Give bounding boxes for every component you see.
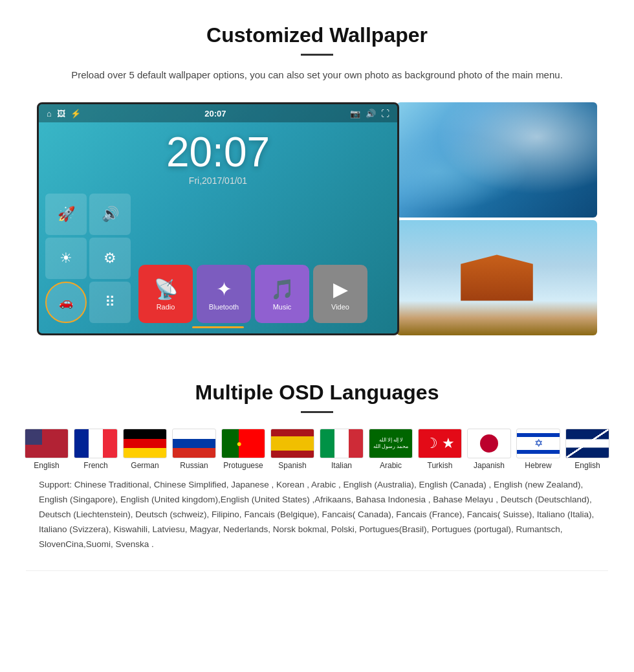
flag-item-english: English	[25, 429, 69, 470]
flag-label-hebrew: Hebrew	[525, 461, 551, 470]
flag-arabic: لا إله إلا اللهمحمد رسول الله	[369, 429, 413, 458]
flag-label-turkish: Turkish	[428, 461, 453, 470]
video-app[interactable]: ▶ Video	[313, 265, 367, 323]
svg-rect-0	[566, 429, 609, 458]
languages-divider	[301, 411, 333, 413]
nav-icon: 🚀	[45, 194, 87, 235]
israel-stripe-top	[517, 433, 560, 437]
car-body: 🚀 🔊 ☀ ⚙ 🚗 ⠿ 📡 Radio ✦ Bluetooth	[39, 188, 397, 335]
radio-icon: 📡	[154, 278, 178, 300]
statusbar-left: ⌂ 🖼 ⚡	[47, 109, 81, 118]
flag-label-arabic: Arabic	[380, 461, 402, 470]
flag-label-french: French	[83, 461, 107, 470]
flag-uk	[565, 429, 609, 458]
wallpaper-display: ⌂ 🖼 ⚡ 20:07 📷 🔊 ⛶ 20:07 Fri,2017/01/01	[39, 102, 595, 335]
flag-item-italian: Italian	[320, 429, 364, 470]
bluetooth-label: Bluetooth	[209, 303, 239, 311]
flag-item-turkish: ☽ ★ Turkish	[418, 429, 462, 470]
wallpaper-title: Customized Wallpaper	[39, 23, 595, 47]
bottom-divider	[26, 570, 608, 571]
flag-item-hebrew: ✡ Hebrew	[516, 429, 560, 470]
languages-section: Multiple OSD Languages English French Ge…	[0, 355, 634, 584]
music-label: Music	[273, 303, 292, 311]
car-screen: ⌂ 🖼 ⚡ 20:07 📷 🔊 ⛶ 20:07 Fri,2017/01/01	[37, 102, 399, 335]
flag-item-arabic: لا إله إلا اللهمحمد رسول الله Arabic	[369, 429, 413, 470]
flag-italy	[320, 429, 364, 458]
settings-icon: ⚙	[89, 238, 131, 279]
bridge-wallpaper	[397, 220, 597, 335]
flag-item-uk-english: English	[565, 429, 609, 470]
flag-label-japanese: Japanish	[474, 461, 505, 470]
israel-stripe-bottom	[517, 450, 560, 454]
statusbar-right: 📷 🔊 ⛶	[350, 109, 389, 118]
bluetooth-icon: ✦	[216, 278, 232, 300]
apps-icon: ⠿	[89, 282, 131, 323]
volume-icon: 🔊	[366, 109, 376, 118]
flag-israel: ✡	[516, 429, 560, 458]
radio-app[interactable]: 📡 Radio	[138, 265, 193, 323]
flag-label-spanish: Spanish	[278, 461, 306, 470]
flag-item-japanese: Japanish	[467, 429, 511, 470]
flag-spain	[270, 429, 314, 458]
icon-grid: 🚀 🔊 ☀ ⚙ 🚗 ⠿	[45, 194, 131, 323]
flag-japan	[467, 429, 511, 458]
home-icon: ⌂	[47, 109, 52, 118]
wallpaper-previews	[397, 102, 597, 335]
statusbar-time: 20:07	[204, 109, 226, 118]
camera-icon: 📷	[350, 109, 360, 118]
support-text: Support: Chinese Traditional, Chinese Si…	[32, 478, 602, 552]
time-large: 20:07	[52, 131, 384, 173]
usb-icon: ⚡	[71, 109, 81, 118]
video-label: Video	[331, 303, 349, 311]
time-display: 20:07 Fri,2017/01/01	[39, 122, 397, 188]
bluetooth-app[interactable]: ✦ Bluetooth	[197, 265, 251, 323]
flag-france	[74, 429, 118, 458]
brightness-icon: ☀	[45, 238, 87, 279]
flag-label-uk-english: English	[574, 461, 600, 470]
wallpaper-subtitle: Preload over 5 default wallpaper options…	[52, 67, 582, 83]
flags-row: English French German Russian Protuguese…	[26, 429, 608, 470]
flag-item-portuguese: Protuguese	[221, 429, 265, 470]
uk-flag-svg	[566, 429, 609, 458]
app-icons-row: 📡 Radio ✦ Bluetooth 🎵 Music ▶ Video	[138, 194, 367, 323]
flag-item-russian: Russian	[172, 429, 216, 470]
radio-label: Radio	[157, 303, 175, 311]
sound-icon: 🔊	[89, 194, 131, 235]
flag-label-german: German	[131, 461, 158, 470]
flag-turkey: ☽ ★	[418, 429, 462, 458]
flag-item-spanish: Spanish	[270, 429, 314, 470]
arabic-text: لا إله إلا اللهمحمد رسول الله	[372, 436, 410, 451]
flag-usa	[25, 429, 69, 458]
wallpaper-section: Customized Wallpaper Preload over 5 defa…	[0, 0, 634, 355]
flag-label-italian: Italian	[331, 461, 352, 470]
flag-item-french: French	[74, 429, 118, 470]
music-app[interactable]: 🎵 Music	[255, 265, 309, 323]
play-icon: ▶	[333, 278, 348, 300]
languages-title: Multiple OSD Languages	[26, 381, 608, 405]
bottom-bar	[192, 326, 244, 328]
image-icon: 🖼	[57, 109, 65, 118]
music-icon: 🎵	[270, 278, 294, 300]
flag-label-portuguese: Protuguese	[223, 461, 263, 470]
time-date: Fri,2017/01/01	[52, 175, 384, 186]
flag-label-english: English	[34, 461, 59, 470]
ice-wallpaper	[397, 102, 597, 218]
flag-item-german: German	[123, 429, 167, 470]
car-icon: 🚗	[45, 282, 87, 323]
star-of-david-icon: ✡	[534, 438, 543, 449]
flag-label-russian: Russian	[180, 461, 208, 470]
fullscreen-icon: ⛶	[381, 109, 389, 118]
flag-portugal	[221, 429, 265, 458]
flag-russia	[172, 429, 216, 458]
statusbar: ⌂ 🖼 ⚡ 20:07 📷 🔊 ⛶	[39, 104, 397, 122]
title-divider	[301, 54, 333, 56]
flag-germany	[123, 429, 167, 458]
